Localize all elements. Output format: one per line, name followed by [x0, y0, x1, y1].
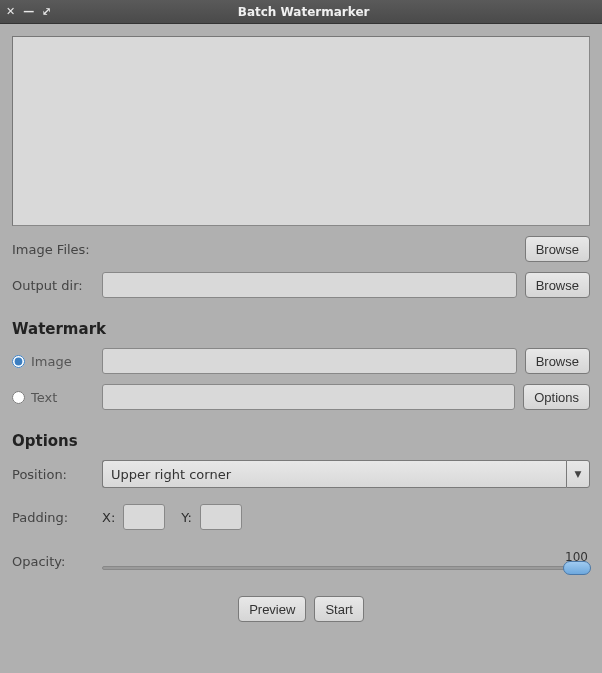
preview-button[interactable]: Preview [238, 596, 306, 622]
opacity-slider[interactable]: 100 [102, 552, 590, 570]
watermark-image-radio-label[interactable]: Image [12, 354, 94, 369]
padding-x-input[interactable] [123, 504, 165, 530]
padding-y-input[interactable] [200, 504, 242, 530]
position-label: Position: [12, 467, 94, 482]
opacity-label: Opacity: [12, 554, 94, 569]
window-title: Batch Watermarker [51, 5, 596, 19]
watermark-text-options-button[interactable]: Options [523, 384, 590, 410]
watermark-text-input[interactable] [102, 384, 515, 410]
minimize-icon[interactable]: — [23, 5, 34, 18]
start-button[interactable]: Start [314, 596, 363, 622]
position-select-value[interactable]: Upper right corner [102, 460, 566, 488]
opacity-slider-track[interactable] [102, 566, 590, 570]
window-titlebar: ✕ — ⤢ Batch Watermarker [0, 0, 602, 24]
position-select[interactable]: Upper right corner ▼ [102, 460, 590, 488]
browse-output-dir-button[interactable]: Browse [525, 272, 590, 298]
padding-label: Padding: [12, 510, 94, 525]
watermark-image-radio[interactable] [12, 355, 25, 368]
padding-x-label: X: [102, 510, 115, 525]
chevron-down-icon[interactable]: ▼ [566, 460, 590, 488]
watermark-text-radio[interactable] [12, 391, 25, 404]
watermark-heading: Watermark [12, 320, 590, 338]
browse-watermark-image-button[interactable]: Browse [525, 348, 590, 374]
output-dir-label: Output dir: [12, 278, 94, 293]
options-heading: Options [12, 432, 590, 450]
watermark-text-radio-label[interactable]: Text [12, 390, 94, 405]
app-body: Image Files: Browse Output dir: Browse W… [0, 24, 602, 673]
image-files-label: Image Files: [12, 242, 94, 257]
browse-image-files-button[interactable]: Browse [525, 236, 590, 262]
watermark-text-radio-text: Text [31, 390, 57, 405]
watermark-image-radio-text: Image [31, 354, 72, 369]
output-dir-input[interactable] [102, 272, 517, 298]
close-icon[interactable]: ✕ [6, 5, 15, 18]
watermark-image-path-input[interactable] [102, 348, 517, 374]
image-files-list[interactable] [12, 36, 590, 226]
padding-y-label: Y: [181, 510, 192, 525]
opacity-slider-thumb[interactable] [563, 561, 591, 575]
maximize-icon[interactable]: ⤢ [42, 5, 51, 18]
